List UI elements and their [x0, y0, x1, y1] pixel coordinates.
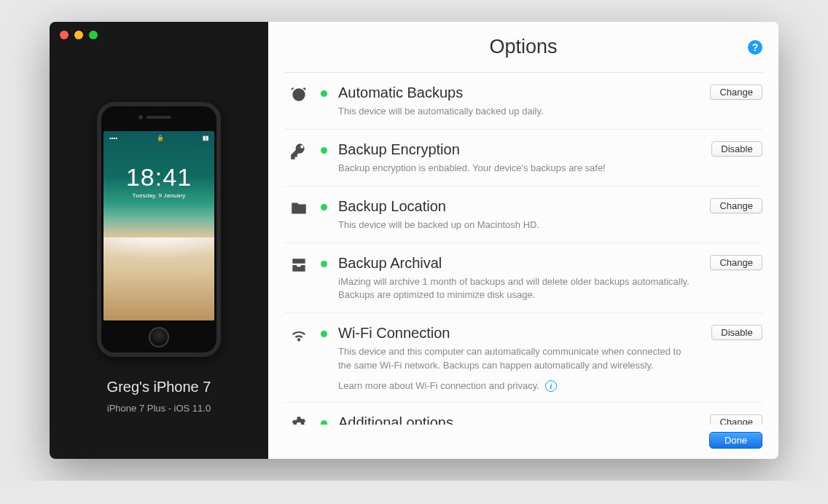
status-dot	[321, 204, 327, 210]
status-dot	[321, 90, 327, 97]
row-additional-options: Additional options Low battery notificat…	[284, 403, 762, 425]
done-button[interactable]: Done	[709, 432, 762, 449]
device-sidebar: ••••🔒▮▮ 18:41 Tuesday, 9 January Greg's …	[50, 22, 268, 459]
row-title: Backup Encryption	[338, 140, 694, 159]
row-title: Backup Archival	[338, 253, 694, 272]
close-window-button[interactable]	[60, 31, 69, 39]
row-desc: This device will be automatically backed…	[338, 105, 694, 119]
row-title: Additional options	[338, 413, 694, 425]
disable-encryption-button[interactable]: Disable	[711, 141, 762, 157]
row-desc: Backup encryption is enbabled. Your devi…	[338, 162, 694, 176]
row-title: Automatic Backups	[338, 83, 694, 102]
status-dot	[321, 261, 327, 267]
row-desc: This device will be backed up on Macinto…	[338, 218, 694, 232]
disable-wifi-button[interactable]: Disable	[711, 325, 762, 340]
panel-header: Options ?	[284, 22, 762, 73]
main-panel: Options ? Automatic Backups This device …	[268, 22, 778, 459]
zoom-window-button[interactable]	[89, 31, 98, 39]
phone-clock: 18:41	[126, 163, 192, 192]
row-backup-location: Backup Location This device will be back…	[284, 186, 762, 243]
status-dot	[321, 331, 327, 337]
phone-date: Tuesday, 9 January	[133, 192, 186, 199]
learn-more-text: Learn more about Wi-Fi connection and pr…	[338, 380, 539, 391]
status-dot	[321, 147, 327, 154]
change-automatic-backups-button[interactable]: Change	[710, 84, 762, 100]
device-subtitle-label: iPhone 7 Plus - iOS 11.0	[107, 403, 211, 414]
row-title: Wi-Fi Connection	[338, 323, 694, 342]
panel-footer: Done	[268, 425, 778, 459]
change-archival-button[interactable]: Change	[710, 255, 762, 270]
options-list: Automatic Backups This device will be au…	[268, 73, 778, 425]
lock-icon: 🔒	[157, 135, 164, 141]
row-backup-encryption: Backup Encryption Backup encryption is e…	[284, 130, 762, 186]
gears-icon	[289, 415, 308, 425]
phone-home-button	[149, 327, 169, 347]
phone-speaker	[147, 116, 171, 119]
options-window: ••••🔒▮▮ 18:41 Tuesday, 9 January Greg's …	[50, 22, 778, 459]
page-title: Options	[489, 36, 557, 58]
row-desc: iMazing will archive 1 month of backups …	[338, 275, 694, 303]
row-title: Backup Location	[338, 197, 694, 216]
help-icon[interactable]: ?	[748, 40, 762, 55]
device-name-label: Greg's iPhone 7	[107, 379, 211, 395]
change-location-button[interactable]: Change	[710, 198, 762, 213]
minimize-window-button[interactable]	[74, 31, 83, 39]
phone-screen: ••••🔒▮▮ 18:41 Tuesday, 9 January	[104, 131, 214, 320]
change-additional-button[interactable]: Change	[710, 414, 762, 425]
alarm-clock-icon	[289, 85, 308, 119]
row-wifi-connection: Wi-Fi Connection This device and this co…	[284, 313, 762, 403]
phone-statusbar: ••••🔒▮▮	[104, 131, 214, 141]
folder-icon	[289, 199, 308, 232]
wifi-icon	[289, 326, 308, 392]
info-icon[interactable]: i	[545, 380, 557, 392]
phone-camera	[138, 115, 143, 119]
window-controls	[60, 31, 98, 39]
wifi-learn-more: Learn more about Wi-Fi connection and pr…	[338, 380, 694, 392]
row-automatic-backups: Automatic Backups This device will be au…	[284, 73, 762, 130]
key-icon	[289, 142, 308, 176]
row-backup-archival: Backup Archival iMazing will archive 1 m…	[284, 243, 762, 314]
row-desc: This device and this computer can automa…	[338, 345, 694, 373]
device-preview: ••••🔒▮▮ 18:41 Tuesday, 9 January	[97, 102, 221, 357]
archive-tray-icon	[289, 256, 308, 303]
